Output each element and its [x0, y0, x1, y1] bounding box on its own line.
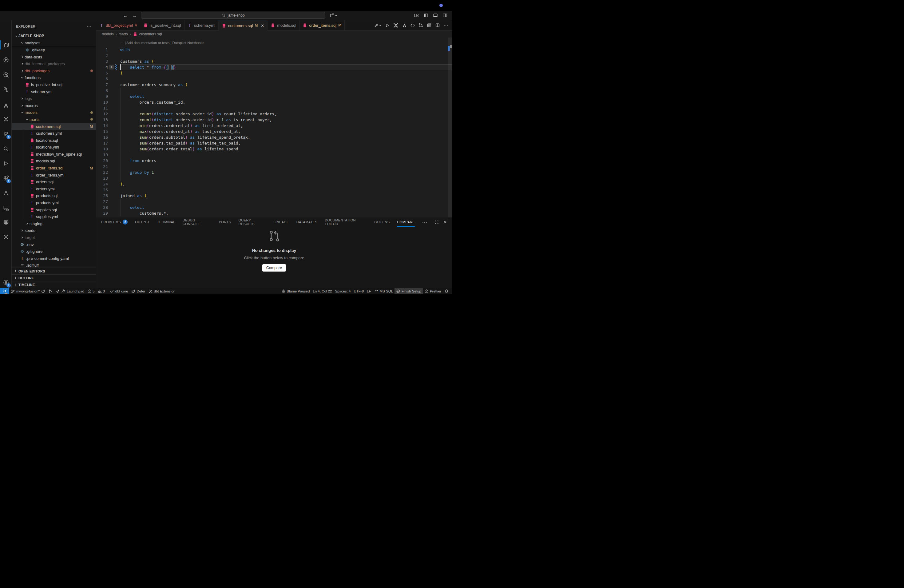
tree-item-metricflow_time_spine.sql[interactable]: metricflow_time_spine.sql [12, 151, 96, 158]
panel-tab-gitlens[interactable]: GITLENS [375, 217, 390, 227]
section-open-editors[interactable]: OPEN EDITORS [12, 267, 96, 274]
datafold-icon[interactable] [402, 23, 407, 28]
panel-tab-documentation-editor[interactable]: DOCUMENTATION EDITOR [325, 217, 367, 227]
gutter[interactable]: 24 [96, 181, 120, 187]
tree-item-models.sql[interactable]: models.sql [12, 158, 96, 165]
gutter[interactable]: 23 [96, 175, 120, 181]
tree-item-functions[interactable]: functions [12, 74, 96, 82]
tree-item-supplies.yml[interactable]: !supplies.yml [12, 213, 96, 220]
code-line[interactable]: 19 [96, 152, 452, 158]
source-control-icon[interactable]: 4 [0, 129, 12, 138]
gutter[interactable]: 5 [96, 70, 120, 76]
gutter[interactable]: 19 [96, 152, 120, 158]
tree-item-order_items.sql[interactable]: order_items.sqlM [12, 164, 96, 172]
tab-models.sql[interactable]: models.sql [267, 20, 299, 30]
code-line[interactable]: 25 [96, 187, 452, 193]
tree-item-staging[interactable]: staging [12, 220, 96, 227]
panel-tab-ports[interactable]: PORTS [219, 217, 231, 227]
scrollbar[interactable] [448, 38, 452, 217]
code-line[interactable]: 13 count(distinct orders.order_id) > 1 a… [96, 117, 452, 123]
session-share-icon[interactable] [330, 13, 338, 18]
panel-tab-datamates[interactable]: DATAMATES [296, 217, 317, 227]
testing-icon[interactable] [0, 188, 12, 198]
linked-nodes-icon[interactable] [0, 85, 12, 94]
split-editor-icon[interactable] [435, 23, 440, 28]
commit-graph-item[interactable] [47, 289, 54, 293]
tree-item-is_positive_int.sql[interactable]: is_positive_int.sql [12, 81, 96, 88]
model-graph-icon[interactable] [0, 55, 12, 64]
code-line[interactable]: 4+ select * from {{ }} [96, 64, 452, 70]
back-icon[interactable]: ← [123, 13, 128, 18]
build-hammer-icon[interactable] [374, 23, 382, 28]
toggle-secondary-sidebar-icon[interactable] [443, 13, 447, 18]
compare-button[interactable]: Compare [262, 264, 286, 272]
panel-tab-debug-console[interactable]: DEBUG CONSOLE [183, 217, 212, 227]
code-line[interactable]: 26joined as ( [96, 193, 452, 199]
breadcrumb-item[interactable]: marts [119, 32, 128, 36]
tree-item-.env[interactable]: .env [12, 241, 96, 248]
code-line[interactable]: 3customers as ( [96, 58, 452, 64]
panel-tab-output[interactable]: OUTPUT [135, 217, 150, 227]
code-line[interactable]: 17 sum(orders.tax_paid) as lifetime_tax_… [96, 140, 452, 146]
search-icon[interactable] [0, 144, 12, 153]
code-line[interactable]: 2 [96, 52, 452, 58]
launchpad-item[interactable]: Launchpad [54, 289, 86, 293]
tab-schema.yml[interactable]: !schema.yml [185, 20, 219, 30]
gutter[interactable]: 6 [96, 76, 120, 82]
customize-layout-icon[interactable] [414, 13, 419, 18]
tree-item-target[interactable]: target [12, 234, 96, 241]
code-line[interactable]: 29 customers.*, [96, 210, 452, 216]
code-preview-icon[interactable] [410, 23, 415, 28]
gutter[interactable]: 13 [96, 117, 120, 123]
blame-item[interactable]: Blame Paused [280, 289, 311, 293]
gutter[interactable]: 29 [96, 210, 120, 216]
tree-item-data-tests[interactable]: data-tests [12, 54, 96, 60]
panel-tab-problems[interactable]: PROBLEMS8 [101, 217, 128, 227]
tree-item-logs[interactable]: logs [12, 95, 96, 102]
code-line[interactable]: 8 [96, 88, 452, 93]
tab-customers.sql[interactable]: customers.sqlM✕ [219, 20, 267, 31]
gutter[interactable]: 9 [96, 93, 120, 100]
tab-order_items.sql[interactable]: order_items.sqlM [299, 20, 345, 30]
section-outline[interactable]: OUTLINE [12, 274, 96, 281]
tree-item-dbt_packages[interactable]: dbt_packages [12, 67, 96, 74]
gutter[interactable]: 8 [96, 88, 120, 93]
tree-item-supplies.sql[interactable]: supplies.sql [12, 206, 96, 213]
code-line[interactable]: 27 [96, 199, 452, 204]
code-line[interactable]: 10 orders.customer_id, [96, 100, 452, 105]
problems-item[interactable]: 53 [86, 289, 108, 293]
gutter[interactable]: 14 [96, 123, 120, 128]
section-timeline[interactable]: TIMELINE [12, 281, 96, 288]
gutter[interactable]: 1 [96, 47, 120, 52]
branch-item[interactable]: mwong-fusion* [9, 289, 47, 293]
code-line[interactable]: 5) [96, 70, 452, 76]
forward-icon[interactable]: → [132, 13, 136, 18]
defer-item[interactable]: Defer [130, 289, 147, 293]
dbt-power-user-icon[interactable] [393, 22, 399, 28]
gutter[interactable]: 20 [96, 158, 120, 164]
prettier-item[interactable]: Prettier [423, 289, 443, 293]
gutter-plus-button[interactable]: + [109, 65, 114, 70]
close-icon[interactable]: ✕ [261, 24, 264, 28]
panel-more-tabs-icon[interactable]: ··· [422, 220, 427, 224]
explorer-icon[interactable] [0, 40, 12, 49]
code-line[interactable]: 6 [96, 76, 452, 82]
code-line[interactable]: 15 max(orders.ordered_at) as last_ordere… [96, 128, 452, 134]
tab-dbt_project.yml[interactable]: !dbt_project.yml4 [96, 20, 140, 30]
tree-item-orders.yml[interactable]: !orders.yml [12, 185, 96, 193]
lineage-search-icon[interactable] [0, 70, 12, 79]
code-line[interactable]: 1with [96, 47, 452, 52]
tree-item-marts[interactable]: marts [12, 116, 96, 123]
panel-tab-query-results[interactable]: QUERY RESULTS [238, 217, 266, 227]
tree-item-products.sql[interactable]: products.sql [12, 193, 96, 199]
command-center-search[interactable]: jaffle-shop [141, 12, 325, 19]
git-pr-icon[interactable] [419, 23, 424, 28]
code-editor[interactable]: ··· | Add documentation or tests | Datap… [96, 38, 452, 217]
extensions-icon[interactable]: 1 [0, 174, 12, 183]
breadcrumb[interactable]: models›marts›customers.sql [96, 31, 452, 38]
notifications-item[interactable] [443, 289, 450, 293]
remote-explorer-icon[interactable] [0, 203, 12, 212]
gutter[interactable]: 12 [96, 111, 120, 117]
tree-item-.gitignore[interactable]: .gitignore [12, 248, 96, 255]
tree-item-dbt_internal_packages[interactable]: dbt_internal_packages [12, 60, 96, 67]
